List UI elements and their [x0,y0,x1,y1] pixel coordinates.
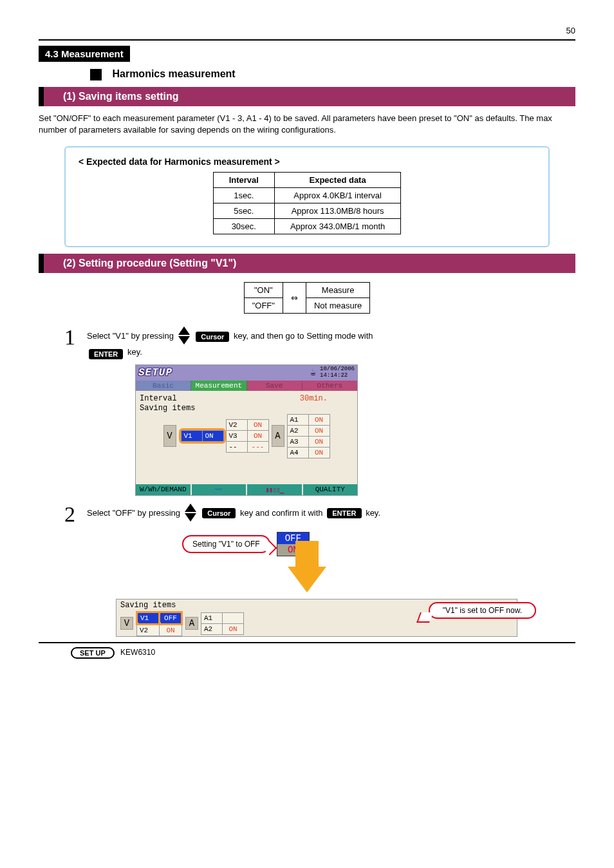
estimate-col-data: Expected data [274,173,400,188]
table-row: 1sec.Approx 4.0KB/1 interval [213,188,401,203]
updown-cursor-icon [185,504,196,524]
datetime: 10/06/200614:14:22 [320,366,355,379]
footer-model: KEW6310 [120,648,155,657]
a-label: A [185,617,198,630]
result-strip: Saving items V V1OFF V2ON A A1 A2ON "V1"… [116,599,517,637]
v-label: V [120,617,133,630]
tab-measurement: Measurement [191,381,247,391]
estimate-table: Interval Expected data 1sec.Approx 4.0KB… [213,172,402,234]
onoff-measure: Measure [306,283,369,298]
tab-others: Others [302,381,357,391]
page-number: 50 [39,26,575,35]
screen-softkeys: W/Wh/DEMAND 〰︎ ▮▮▯▯▁ QUALITY [136,484,357,495]
onoff-arrows: ⇔ [283,283,306,314]
step2-tail: key. [366,508,380,518]
table-row: 5sec.Approx 113.0MB/8 hours [213,203,401,219]
saving-items-label: Saving items [140,404,353,413]
step-1: 1 Select "V1" by pressing Cursor key, an… [64,326,575,359]
step-number: 2 [64,504,75,525]
heading-procedure: (2) Setting procedure (Setting "V1") [39,254,575,273]
interval-value: 30min. [300,394,328,403]
step-number: 1 [64,326,75,348]
wave-icon: 〰︎ [215,486,222,494]
a-table: A1ON A2ON A3ON A4ON [287,414,330,458]
cursor-key: Cursor [196,332,229,342]
subhead: Harmonics measurement [90,68,575,80]
tab-basic: Basic [136,381,191,391]
estimate-col-interval: Interval [213,173,274,188]
heading-saving-items: (1) Saving items setting [39,87,575,106]
step1-tail: key. [127,348,142,357]
estimate-box: < Expected data for Harmonics measuremen… [64,146,550,247]
softkey-wave: 〰︎ [192,484,248,495]
square-bullet-icon [90,69,102,80]
down-arrow-icon [288,567,326,592]
softkey-wwh: W/Wh/DEMAND [136,484,192,495]
tab-save: Save [247,381,302,391]
softkey-quality: QUALITY [303,484,358,495]
result-v-table: V1OFF V2ON [136,611,183,636]
result-a-table: A1 A2ON [201,612,244,635]
enter-key: ENTER [89,349,123,359]
screen-title: SETUP [138,367,172,379]
step2-text-a: Select "OFF" by pressing [87,508,180,518]
step2-text-b: key and confirm it with [240,508,323,518]
coffee-icon: ☕ [310,368,316,378]
device-screen: SETUP ☕ 10/06/200614:14:22 Basic Measure… [135,364,358,496]
softkey-bars: ▮▮▯▯▁ [247,484,303,495]
v-table-rest: V2ON V3ON ----- [226,419,269,453]
estimate-title: < Expected data for Harmonics measuremen… [79,156,535,167]
callout-set-off: Setting "V1" to OFF [182,535,270,553]
a-group-label: A [272,425,284,447]
footer: SET UP KEW6310 [39,647,575,659]
v-group-label: V [163,425,176,447]
table-row: 30sec.Approx 343.0MB/1 month [213,219,401,234]
screen-tabs: Basic Measurement Save Others [136,381,357,391]
updown-cursor-icon [178,326,190,346]
cursor-key: Cursor [202,508,236,518]
onoff-on-label: "ON" [244,283,283,298]
onoff-notmeasure: Not measure [306,298,369,314]
step1-text-b: key, and then go to Setting mode with [234,331,373,341]
section-label: 4.3 Measurement [39,46,130,62]
setup-button-icon: SET UP [71,647,115,659]
step1-text-a: Select "V1" by pressing [87,331,174,341]
result-callout: "V1" is set to OFF now. [429,602,536,619]
enter-key: ENTER [327,508,361,518]
onoff-legend: "ON" ⇔ Measure "OFF" Not measure [244,282,371,314]
onoff-off-label: "OFF" [244,298,283,314]
step-2: 2 Select "OFF" by pressing Cursor key an… [64,504,575,525]
interval-label: Interval [140,394,177,403]
bars-icon: ▮▮▯▯▁ [265,486,283,494]
intro-paragraph: Set "ON/OFF" to each measurement paramet… [39,113,575,136]
v-table: V1ON [181,430,224,442]
